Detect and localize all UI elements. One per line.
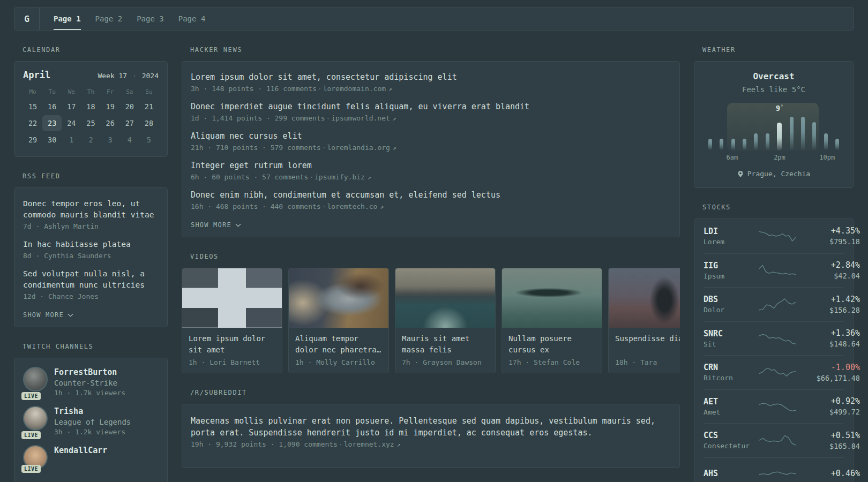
video-meta: 7h · Grayson Dawson <box>402 358 489 366</box>
stock-symbol[interactable]: CRN <box>704 363 758 372</box>
dot-separator: · <box>325 114 331 122</box>
calendar-day: 24 <box>62 115 81 131</box>
weather-bar <box>824 133 828 150</box>
hour-label: 2pm <box>774 154 785 161</box>
hn-item-domain-link[interactable]: ipsumworld.net↗ <box>331 114 396 122</box>
video-thumbnail[interactable] <box>609 268 680 328</box>
stock-price: $165.84 <box>797 442 860 450</box>
video-title[interactable]: Nullam posuere cursus ex <box>508 333 595 356</box>
stock-symbol[interactable]: AHS <box>704 469 758 478</box>
weather-bar <box>754 133 758 150</box>
hn-item-domain-link[interactable]: loremtech.co↗ <box>327 202 384 210</box>
stock-change: +4.35% <box>797 226 860 236</box>
hn-item-domain-link[interactable]: ipsumify.biz↗ <box>315 173 371 181</box>
channel-name[interactable]: ForrestBurton <box>54 367 125 377</box>
calendar-day: 17 <box>62 99 81 115</box>
hn-item-title[interactable]: Donec enim nibh, condimentum et accumsan… <box>191 190 671 201</box>
stock-symbol[interactable]: DBS <box>704 295 758 304</box>
hn-item: Integer eget rutrum lorem 6h · 60 points… <box>191 160 671 181</box>
dot-separator: · <box>317 85 323 93</box>
stock-sparkline <box>758 263 797 278</box>
channel-name[interactable]: KendallCarr <box>54 446 107 455</box>
stock-row: SNRCSit +1.36%$148.64 <box>704 321 844 356</box>
video-title[interactable]: Lorem ipsum dolor sit amet consectetu… <box>189 333 275 356</box>
reddit-post-meta: 19h · 9,932 points · 1,090 comments·lore… <box>191 440 671 448</box>
rss-item-title[interactable]: Donec tempor eros leo, ut commodo mauris… <box>23 198 159 221</box>
app-logo[interactable]: G <box>14 7 40 30</box>
hn-item-domain-link[interactable]: loremdomain.com↗ <box>323 85 392 93</box>
weather-widget: WEATHER Overcast Feels like 5°C 9° 6am 2… <box>694 46 854 188</box>
external-link-icon: ↗ <box>380 204 384 210</box>
dashboard-page: G Page 1 Page 2 Page 3 Page 4 CALENDAR A… <box>0 0 868 482</box>
stock-price: $156.28 <box>797 306 860 314</box>
twitch-channel[interactable]: LIVE KendallCarr <box>23 445 159 470</box>
stock-sparkline <box>758 297 797 312</box>
video-title[interactable]: Aliquam tempor dolor nec pharetra… <box>295 333 382 356</box>
video-thumbnail[interactable] <box>289 268 388 328</box>
calendar-day: 5 <box>139 132 159 148</box>
hn-item-title[interactable]: Integer eget rutrum lorem <box>191 160 671 171</box>
live-badge: LIVE <box>21 392 41 400</box>
twitch-channel[interactable]: LIVE Trisha League of Legends 3h · 1.2k … <box>23 406 159 436</box>
twitch-channel[interactable]: LIVE ForrestBurton Counter-Strike 1h · 1… <box>23 367 159 397</box>
stock-row: CCSConsectetur +0.51%$165.84 <box>704 423 844 457</box>
stock-name: Bitcorn <box>704 374 758 382</box>
rss-widget: RSS FEED Donec tempor eros leo, ut commo… <box>14 172 168 327</box>
videos-widget-title: VIDEOS <box>190 253 680 261</box>
weather-card: Overcast Feels like 5°C 9° 6am 2pm 10pm <box>694 61 854 188</box>
hn-item: Aliquam nec cursus elit 21h · 710 points… <box>191 131 671 152</box>
stock-symbol[interactable]: CCS <box>704 431 758 440</box>
tab-page-3[interactable]: Page 3 <box>137 7 164 30</box>
calendar-day: 29 <box>23 132 42 148</box>
rss-item-title[interactable]: Sed volutpat nulla nisl, a condimentum n… <box>23 268 159 291</box>
tab-page-1[interactable]: Page 1 <box>54 7 81 30</box>
rss-show-more-button[interactable]: SHOW MORE <box>23 311 73 319</box>
calendar-day: 22 <box>23 115 42 131</box>
stock-sparkline <box>758 365 797 380</box>
video-card[interactable]: Nullam posuere cursus ex 17h · Stefan Co… <box>502 268 602 373</box>
hn-item: Donec enim nibh, condimentum et accumsan… <box>191 190 671 210</box>
degree-symbol: ° <box>780 104 783 110</box>
rss-item-title[interactable]: In hac habitasse platea <box>23 239 159 250</box>
stock-symbol[interactable]: LDI <box>704 227 758 236</box>
subreddit-widget-title: /R/SUBREDDIT <box>190 389 680 397</box>
stock-price: $499.72 <box>797 408 860 416</box>
weather-widget-title: WEATHER <box>702 46 854 54</box>
tab-page-2[interactable]: Page 2 <box>95 7 123 30</box>
calendar-day: 26 <box>101 115 120 131</box>
hn-item-domain-link[interactable]: loremlandia.org↗ <box>327 144 396 152</box>
hn-item-title[interactable]: Aliquam nec cursus elit <box>191 131 671 142</box>
video-card[interactable]: Mauris sit amet massa felis 7h · Grayson… <box>395 268 496 373</box>
hn-item-title[interactable]: Lorem ipsum dolor sit amet, consectetur … <box>191 72 671 83</box>
hn-item-title[interactable]: Donec imperdiet augue tincidunt felis al… <box>191 101 671 112</box>
rss-item: Sed volutpat nulla nisl, a condimentum n… <box>23 268 159 300</box>
stock-symbol[interactable]: SNRC <box>704 329 758 338</box>
video-title[interactable]: Suspendisse diam <box>615 333 680 356</box>
video-card[interactable]: Lorem ipsum dolor sit amet consectetu… 1… <box>182 268 282 373</box>
dot-separator: · <box>338 440 344 448</box>
stock-symbol[interactable]: IIG <box>704 261 758 270</box>
hn-show-more-button[interactable]: SHOW MORE <box>191 221 241 229</box>
hn-item-meta: 6h · 60 points · 57 comments·ipsumify.bi… <box>191 173 671 181</box>
video-title[interactable]: Mauris sit amet massa felis <box>402 333 489 356</box>
video-meta: 1h · Molly Carrillo <box>295 358 382 366</box>
tab-page-4[interactable]: Page 4 <box>178 7 206 30</box>
stocks-widget-title: STOCKS <box>702 204 854 212</box>
dot-separator: · <box>131 72 138 80</box>
reddit-post-title[interactable]: Maecenas mollis pulvinar erat non posuer… <box>191 415 671 439</box>
video-card[interactable]: Suspendisse diam 18h · Tara <box>608 268 680 373</box>
hour-label: 10pm <box>819 154 835 161</box>
reddit-post-domain-link[interactable]: loremnet.xyz↗ <box>344 440 401 448</box>
dot-separator: · <box>308 173 315 181</box>
channel-name[interactable]: Trisha <box>54 406 131 416</box>
video-card[interactable]: Aliquam tempor dolor nec pharetra… 1h · … <box>288 268 389 373</box>
external-link-icon: ↗ <box>388 86 392 93</box>
external-link-icon: ↗ <box>393 145 396 152</box>
video-thumbnail[interactable] <box>395 268 495 328</box>
video-thumbnail[interactable] <box>502 268 602 328</box>
weather-bar <box>708 139 712 150</box>
stock-symbol[interactable]: AET <box>704 397 758 406</box>
weather-bar <box>790 117 794 150</box>
video-thumbnail[interactable] <box>182 268 282 328</box>
stock-sparkline <box>758 433 797 448</box>
